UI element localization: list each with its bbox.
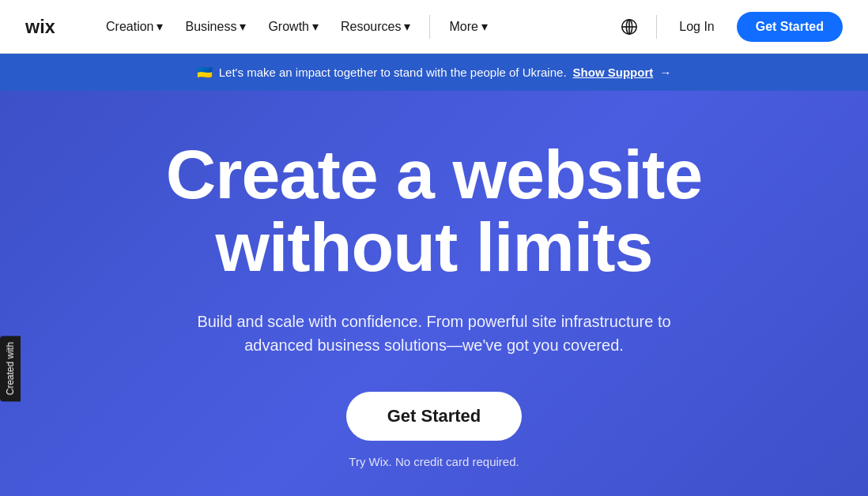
chevron-down-icon-more: ▾ (481, 19, 488, 34)
nav-right-divider (656, 15, 657, 39)
nav-more-label: More (449, 20, 477, 34)
svg-text:wix: wix (25, 17, 55, 37)
hero-title-line2: without limits (215, 208, 652, 286)
navbar: wix Creation ▾ Business ▾ Growth ▾ Resou… (0, 0, 868, 54)
hero-get-started-button[interactable]: Get Started (346, 392, 523, 441)
nav-item-business-label: Business (185, 20, 236, 34)
chevron-down-icon: ▾ (157, 19, 163, 34)
ukraine-banner: 🇺🇦 Let's make an impact together to stan… (0, 54, 868, 91)
created-with-tab[interactable]: Created with (0, 336, 21, 401)
ukraine-flag: 🇺🇦 (197, 65, 213, 80)
nav-item-business[interactable]: Business ▾ (175, 13, 255, 40)
nav-item-growth-label: Growth (268, 20, 309, 34)
hero-section: Create a website without limits Build an… (0, 91, 868, 496)
hero-subtitle: Build and scale with confidence. From po… (197, 310, 671, 357)
navbar-right: Log In Get Started (615, 12, 843, 42)
logo[interactable]: wix (25, 16, 65, 38)
hero-title-line1: Create a website (166, 135, 703, 213)
nav-item-creation-label: Creation (106, 20, 153, 34)
nav-item-creation[interactable]: Creation ▾ (96, 13, 172, 40)
nav-item-more[interactable]: More ▾ (440, 13, 496, 40)
nav-item-growth[interactable]: Growth ▾ (259, 13, 328, 40)
banner-arrow-icon: → (659, 66, 671, 79)
login-button[interactable]: Log In (670, 13, 723, 40)
language-selector[interactable] (615, 13, 643, 41)
show-support-link[interactable]: Show Support (573, 66, 654, 79)
chevron-down-icon: ▾ (404, 19, 410, 34)
banner-text: Let's make an impact together to stand w… (219, 66, 567, 79)
chevron-down-icon: ▾ (312, 19, 319, 34)
nav-item-resources-label: Resources (341, 20, 401, 34)
navbar-nav: Creation ▾ Business ▾ Growth ▾ Resources… (96, 13, 615, 40)
chevron-down-icon: ▾ (240, 19, 246, 34)
hero-disclaimer: Try Wix. No credit card required. (349, 455, 519, 468)
nav-item-resources[interactable]: Resources ▾ (331, 13, 420, 40)
get-started-nav-button[interactable]: Get Started (737, 12, 843, 42)
hero-title: Create a website without limits (166, 138, 703, 284)
nav-divider (429, 15, 430, 39)
